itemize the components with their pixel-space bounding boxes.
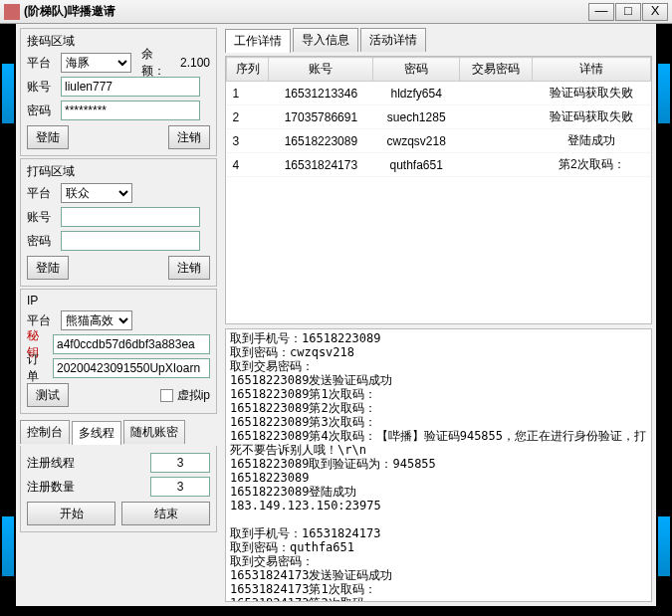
table-header[interactable]: 详情 bbox=[533, 58, 651, 82]
table-cell: 第2次取码： bbox=[533, 153, 651, 177]
receive-password-input[interactable] bbox=[61, 101, 200, 120]
table-row[interactable]: 416531824173quthfa651第2次取码： bbox=[227, 153, 651, 177]
dama-password-label: 密码 bbox=[27, 233, 57, 250]
ip-platform-select[interactable]: 熊猫高效 bbox=[61, 310, 132, 330]
receive-balance-label: 余额： bbox=[141, 46, 176, 80]
thread-group: 注册线程 注册数量 开始 结束 bbox=[20, 446, 217, 532]
left-panel: 接码区域 平台 海豚 余额： 2.100 账号 密码 登陆 注销 bbox=[16, 24, 221, 606]
tab-multithread[interactable]: 多线程 bbox=[72, 421, 121, 445]
table-cell: 16531213346 bbox=[269, 82, 373, 105]
table-cell bbox=[460, 153, 533, 177]
dama-account-input[interactable] bbox=[61, 207, 200, 227]
tab-import-info[interactable]: 导入信息 bbox=[293, 28, 358, 52]
virtual-ip-label: 虚拟ip bbox=[177, 387, 210, 404]
left-tabs: 控制台 多线程 随机账密 bbox=[20, 420, 217, 444]
receive-account-input[interactable] bbox=[61, 77, 200, 97]
start-button[interactable]: 开始 bbox=[27, 502, 115, 525]
table-cell: 1 bbox=[227, 82, 269, 105]
data-table: 序列账号密码交易密码详情 116531213346hldzfy654验证码获取失… bbox=[226, 57, 651, 177]
receive-logout-button[interactable]: 注销 bbox=[168, 125, 210, 149]
maximize-button[interactable]: □ bbox=[615, 3, 641, 21]
dama-platform-select[interactable]: 联众 bbox=[61, 183, 132, 203]
table-cell bbox=[460, 129, 533, 153]
virtual-ip-checkbox[interactable] bbox=[160, 389, 173, 402]
table-row[interactable]: 116531213346hldzfy654验证码获取失败 bbox=[227, 82, 651, 105]
right-tabs: 工作详情 导入信息 活动详情 bbox=[225, 28, 652, 52]
window-title: (阶梯队)哔播邀请 bbox=[24, 3, 588, 20]
table-cell: 4 bbox=[227, 153, 269, 177]
dama-password-input[interactable] bbox=[61, 231, 200, 251]
table-cell: 验证码获取失败 bbox=[533, 82, 651, 105]
table-cell bbox=[460, 82, 533, 105]
table-row[interactable]: 316518223089cwzqsv218登陆成功 bbox=[227, 129, 651, 153]
close-button[interactable]: X bbox=[642, 3, 668, 21]
table-cell: 登陆成功 bbox=[533, 129, 651, 153]
table-cell: 3 bbox=[227, 129, 269, 153]
dama-platform-label: 平台 bbox=[27, 185, 57, 202]
dama-login-button[interactable]: 登陆 bbox=[27, 256, 69, 280]
ip-order-label: 订单 bbox=[27, 351, 49, 385]
app-icon bbox=[4, 4, 20, 20]
table-header[interactable]: 交易密码 bbox=[460, 58, 533, 82]
tab-random-acct[interactable]: 随机账密 bbox=[123, 420, 185, 444]
receive-group: 接码区域 平台 海豚 余额： 2.100 账号 密码 登陆 注销 bbox=[20, 28, 217, 156]
regthread-input[interactable] bbox=[150, 453, 210, 473]
receive-balance-value: 2.100 bbox=[180, 56, 210, 70]
minimize-button[interactable]: — bbox=[588, 3, 614, 21]
table-cell: hldzfy654 bbox=[373, 82, 460, 105]
regthread-label: 注册线程 bbox=[27, 455, 75, 472]
regcount-input[interactable] bbox=[150, 477, 210, 497]
ip-key-input[interactable] bbox=[53, 334, 210, 354]
tab-activity-detail[interactable]: 活动详情 bbox=[360, 28, 426, 52]
right-panel: 工作详情 导入信息 活动详情 序列账号密码交易密码详情 116531213346… bbox=[221, 24, 656, 606]
table-header[interactable]: 序列 bbox=[227, 58, 269, 82]
dama-group: 打码区域 平台 联众 账号 密码 登陆 注销 bbox=[20, 158, 217, 287]
log-output[interactable]: 取到手机号：16518223089 取到密码：cwzqsv218 取到交易密码：… bbox=[225, 328, 652, 602]
table-header[interactable]: 账号 bbox=[269, 58, 373, 82]
table-cell: cwzqsv218 bbox=[373, 129, 460, 153]
ip-test-button[interactable]: 测试 bbox=[27, 383, 69, 407]
receive-password-label: 密码 bbox=[27, 103, 57, 119]
table-cell: 17035786691 bbox=[269, 105, 373, 129]
table-cell: 2 bbox=[227, 105, 269, 129]
receive-login-button[interactable]: 登陆 bbox=[27, 125, 69, 149]
table-cell: 16518223089 bbox=[269, 129, 373, 153]
data-table-wrap[interactable]: 序列账号密码交易密码详情 116531213346hldzfy654验证码获取失… bbox=[225, 56, 652, 324]
receive-title: 接码区域 bbox=[27, 33, 210, 50]
receive-account-label: 账号 bbox=[27, 79, 57, 96]
ip-group: IP 平台 熊猫高效 秘钥 订单 测试 虚拟ip bbox=[20, 289, 217, 414]
titlebar: (阶梯队)哔播邀请 — □ X bbox=[0, 0, 672, 24]
ip-order-input[interactable] bbox=[53, 358, 210, 378]
table-cell: quthfa651 bbox=[373, 153, 460, 177]
table-cell: 验证码获取失败 bbox=[533, 105, 651, 129]
ip-title: IP bbox=[27, 294, 210, 308]
tab-console[interactable]: 控制台 bbox=[20, 420, 70, 444]
regcount-label: 注册数量 bbox=[27, 479, 75, 496]
table-cell: suech1285 bbox=[373, 105, 460, 129]
table-cell bbox=[460, 105, 533, 129]
dama-logout-button[interactable]: 注销 bbox=[168, 256, 210, 280]
end-button[interactable]: 结束 bbox=[121, 502, 210, 525]
receive-platform-label: 平台 bbox=[27, 55, 57, 72]
dama-title: 打码区域 bbox=[27, 163, 210, 180]
ip-platform-label: 平台 bbox=[27, 312, 57, 329]
table-cell: 16531824173 bbox=[269, 153, 373, 177]
tab-work-detail[interactable]: 工作详情 bbox=[225, 29, 291, 53]
table-header[interactable]: 密码 bbox=[373, 58, 460, 82]
dama-account-label: 账号 bbox=[27, 209, 57, 226]
table-row[interactable]: 217035786691suech1285验证码获取失败 bbox=[227, 105, 651, 129]
receive-platform-select[interactable]: 海豚 bbox=[61, 53, 131, 73]
